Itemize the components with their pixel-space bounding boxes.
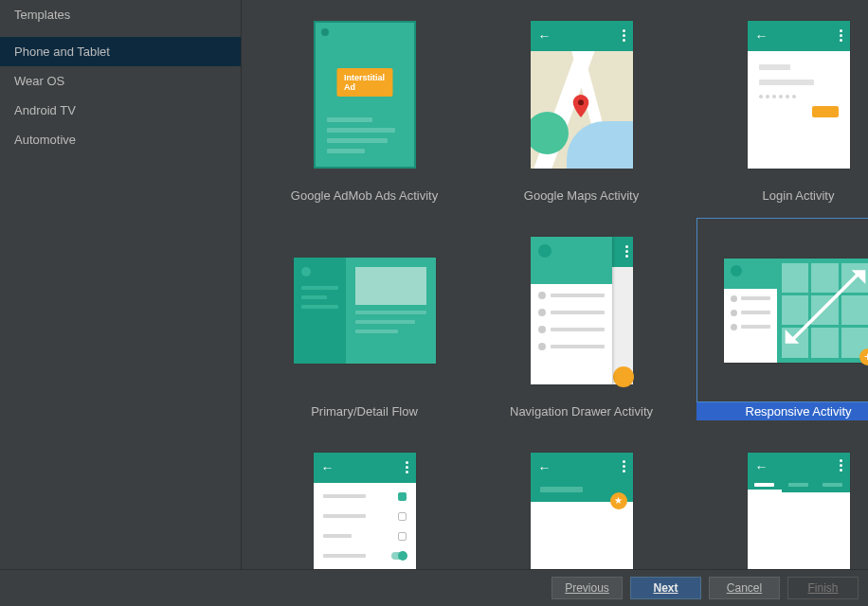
template-primary-detail[interactable]: Primary/Detail Flow: [261, 216, 468, 422]
more-icon: [623, 460, 625, 472]
more-icon: [625, 245, 628, 258]
template-thumbnail: [479, 218, 683, 402]
footer: Previous Next Cancel Finish: [0, 569, 868, 606]
template-thumbnail: ←: [696, 434, 868, 569]
template-responsive[interactable]: + Responsive Activity: [695, 216, 868, 422]
map-pin-icon: [572, 95, 589, 120]
template-thumbnail: ←: [262, 434, 466, 569]
ad-pill: Interstitial Ad: [336, 68, 392, 97]
fab-icon: [613, 366, 634, 387]
template-thumbnail: Interstitial Ad: [262, 2, 466, 187]
finish-button[interactable]: Finish: [787, 577, 859, 599]
template-label: Login Activity: [696, 187, 868, 205]
template-thumbnail: ←: [696, 2, 868, 187]
back-arrow-icon: ←: [755, 28, 769, 44]
sidebar-item-phone-tablet[interactable]: Phone and Tablet: [0, 37, 241, 66]
back-arrow-icon: ←: [538, 460, 552, 475]
template-settings[interactable]: ←: [261, 432, 468, 569]
back-arrow-icon: ←: [321, 460, 335, 475]
sidebar-item-wear-os[interactable]: Wear OS: [0, 66, 241, 96]
next-button[interactable]: Next: [630, 577, 701, 599]
template-thumbnail: ←: [479, 2, 683, 187]
template-admob[interactable]: Interstitial Ad Google AdMob Ads Activit…: [261, 0, 468, 206]
template-login[interactable]: ← Login Activity: [695, 0, 868, 206]
template-nav-drawer[interactable]: Navigation Drawer Activity: [478, 216, 685, 422]
template-label: Google AdMob Ads Activity: [262, 187, 466, 205]
sidebar-header: Templates: [0, 0, 241, 37]
back-arrow-icon: ←: [755, 459, 769, 474]
main-area: Templates Phone and Tablet Wear OS Andro…: [0, 0, 868, 569]
template-label: Primary/Detail Flow: [262, 402, 466, 420]
template-maps[interactable]: ← Google Maps Activity: [478, 0, 685, 206]
sidebar-item-label: Wear OS: [14, 74, 64, 88]
template-label: Responsive Activity: [696, 402, 868, 420]
sidebar-item-label: Automotive: [14, 133, 76, 147]
more-icon: [840, 459, 842, 472]
back-arrow-icon: ←: [538, 28, 552, 44]
sidebar-item-label: Android TV: [14, 103, 76, 117]
sidebar-item-automotive[interactable]: Automotive: [0, 125, 241, 154]
cancel-button[interactable]: Cancel: [709, 577, 780, 599]
template-scrolling[interactable]: ← ★: [478, 432, 685, 569]
sidebar: Templates Phone and Tablet Wear OS Andro…: [0, 0, 242, 569]
more-icon: [406, 461, 408, 473]
template-thumbnail: ← ★: [479, 434, 683, 569]
template-label: Navigation Drawer Activity: [479, 402, 683, 420]
more-icon: [840, 29, 842, 42]
template-thumbnail: [262, 218, 466, 402]
template-tabbed[interactable]: ←: [695, 432, 868, 569]
template-thumbnail: +: [696, 218, 868, 402]
template-label: Google Maps Activity: [479, 187, 683, 205]
previous-button[interactable]: Previous: [552, 577, 623, 599]
fab-star-icon: ★: [610, 492, 627, 509]
sidebar-item-android-tv[interactable]: Android TV: [0, 96, 241, 125]
template-grid: Interstitial Ad Google AdMob Ads Activit…: [242, 0, 868, 569]
sidebar-item-label: Phone and Tablet: [14, 45, 110, 59]
more-icon: [623, 29, 625, 42]
svg-point-0: [578, 99, 584, 105]
